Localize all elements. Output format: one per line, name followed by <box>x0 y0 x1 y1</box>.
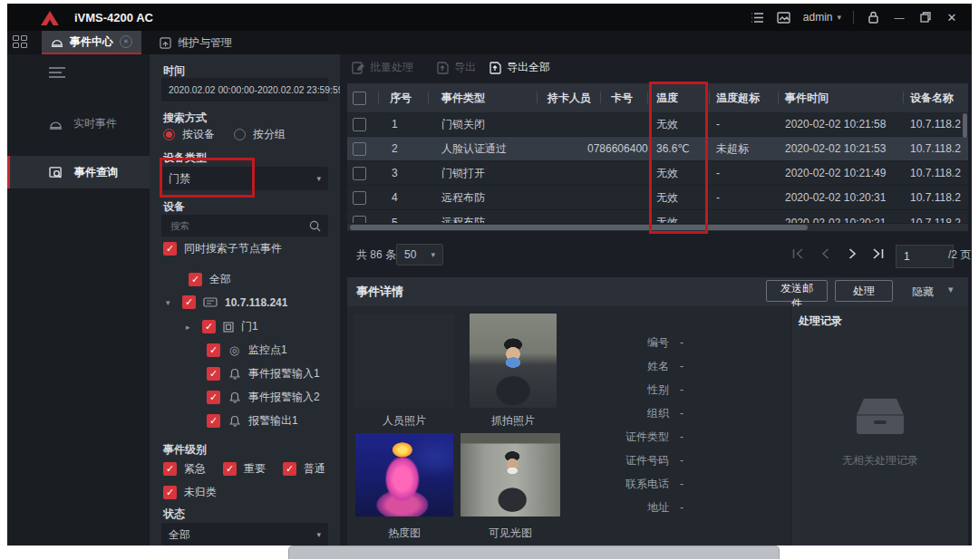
include-subnode-label: 同时搜索子节点事件 <box>184 241 282 256</box>
row-checkbox[interactable] <box>353 186 366 209</box>
cell-type: 远程布防 <box>441 186 485 209</box>
captured-photo[interactable] <box>470 314 557 408</box>
export-all-button[interactable]: 导出全部 <box>490 60 550 75</box>
app-logo-icon <box>40 10 60 26</box>
modules-grid-icon[interactable] <box>13 35 29 50</box>
cell-no: 3 <box>392 161 398 185</box>
tree-item-alarm-output1[interactable]: 报警输出1 <box>207 413 298 429</box>
tree-item-label: 门1 <box>241 319 258 334</box>
event-list-icon[interactable] <box>751 10 765 24</box>
tab-maintenance[interactable]: 维护与管理 <box>150 31 241 54</box>
col-device[interactable]: 设备名称 <box>910 83 954 112</box>
checkbox-checked-icon <box>207 343 220 357</box>
thermal-image[interactable] <box>355 433 453 517</box>
row-checkbox[interactable] <box>353 137 366 160</box>
collapse-menu-icon[interactable] <box>49 67 65 78</box>
tab-event-center[interactable]: 事件中心 ✕ <box>42 31 141 54</box>
next-page-button[interactable] <box>845 246 859 261</box>
level-important-checkbox[interactable]: 重要 <box>223 461 266 477</box>
level-urgent-checkbox[interactable]: 紧急 <box>163 461 206 477</box>
tab-maintenance-label: 维护与管理 <box>178 35 232 51</box>
cell-temp: 无效 <box>656 161 678 185</box>
page-number-input[interactable] <box>896 245 954 268</box>
visible-light-image[interactable] <box>460 433 560 517</box>
cell-type: 远程布防 <box>441 210 485 224</box>
restore-button[interactable] <box>918 10 933 24</box>
batch-handle-button[interactable]: 批量处理 <box>352 60 413 75</box>
vertical-scrollbar-thumb[interactable] <box>963 113 967 138</box>
horizontal-scrollbar[interactable] <box>347 224 968 231</box>
col-time[interactable]: 事件时间 <box>785 83 829 112</box>
tree-item-alarm-input2[interactable]: 事件报警输入2 <box>207 390 320 405</box>
status-dropdown[interactable]: 全部 ▾ <box>161 523 328 546</box>
handle-button[interactable]: 处理 <box>835 280 893 302</box>
tree-collapsed-icon[interactable]: ▸ <box>186 323 195 332</box>
col-card[interactable]: 卡号 <box>611 83 633 112</box>
tab-close-icon[interactable]: ✕ <box>120 35 132 48</box>
level-normal-checkbox[interactable]: 普通 <box>283 461 325 477</box>
radio-by-device[interactable]: 按设备 <box>163 127 215 142</box>
field-row: 组织- <box>580 405 743 421</box>
time-range-field[interactable]: 2020.02.02 00:00:00-2020.02.02 23:59:59 <box>161 78 328 101</box>
field-label: 编号 <box>580 335 669 351</box>
checkbox-checked-icon <box>283 462 296 476</box>
sidebar-item-realtime-events[interactable]: 实时事件 <box>7 107 150 140</box>
first-page-button[interactable] <box>790 246 805 261</box>
checkbox-checked-icon <box>163 242 177 256</box>
page-size-dropdown[interactable]: 50 ▾ <box>396 244 443 266</box>
tree-item-door[interactable]: ▸ 门1 <box>186 319 258 334</box>
field-row: 证件类型- <box>580 429 743 445</box>
table-row[interactable]: 3 门锁打开 无效 - 2020-02-02 10:21:49 10.7.118… <box>347 161 968 186</box>
time-range-value: 2020.02.02 00:00:00-2020.02.02 23:59:59 <box>169 85 343 95</box>
scrollbar-thumb[interactable] <box>350 225 808 230</box>
level-uncategorized-checkbox[interactable]: 未归类 <box>163 485 217 500</box>
include-subnode-checkbox[interactable]: 同时搜索子节点事件 <box>163 241 282 256</box>
cell-exceed: - <box>716 161 720 185</box>
minimize-button[interactable]: — <box>892 10 906 24</box>
tree-item-device[interactable]: ▾ 10.7.118.241 <box>166 295 287 309</box>
tree-expand-icon[interactable]: ▾ <box>166 298 175 307</box>
field-label: 性别 <box>580 382 669 398</box>
col-temp[interactable]: 温度 <box>656 83 678 112</box>
user-menu[interactable]: admin ▾ <box>803 11 841 24</box>
table-row-selected[interactable]: 2 人脸认证通过 0786606400 36.6℃ 未超标 2020-02-02… <box>347 137 968 161</box>
close-button[interactable]: ✕ <box>945 10 959 24</box>
export-label: 导出 <box>454 60 476 75</box>
select-all-checkbox[interactable] <box>353 83 366 112</box>
chevron-down-icon[interactable]: ▾ <box>948 285 954 294</box>
checkbox-checked-icon <box>202 320 216 333</box>
hide-toggle[interactable]: 隐藏 <box>912 285 934 300</box>
tree-item-all[interactable]: 全部 <box>189 272 231 287</box>
col-type[interactable]: 事件类型 <box>441 83 485 112</box>
table-row[interactable]: 1 门锁关闭 无效 - 2020-02-02 10:21:58 10.7.118… <box>347 112 968 137</box>
level-label: 未归类 <box>184 485 217 500</box>
previous-page-button[interactable] <box>818 246 832 261</box>
checkbox-empty-icon <box>353 191 366 205</box>
field-value: - <box>680 430 683 443</box>
device-search-input[interactable] <box>169 219 309 232</box>
cell-type: 人脸认证通过 <box>441 137 507 160</box>
tree-item-alarm-input1[interactable]: 事件报警输入1 <box>207 366 320 381</box>
cell-no: 4 <box>392 186 398 209</box>
row-checkbox[interactable] <box>353 112 366 136</box>
device-type-dropdown[interactable]: 门禁 ▾ <box>161 167 328 190</box>
bell-icon <box>228 415 241 427</box>
event-detail-title: 事件详情 <box>356 284 403 300</box>
col-no[interactable]: 序号 <box>390 83 412 112</box>
table-row[interactable]: 4 远程布防 无效 - 2020-02-02 10:20:31 10.7.118… <box>347 186 968 210</box>
capture-preview-icon[interactable] <box>777 10 791 24</box>
radio-by-group[interactable]: 按分组 <box>234 127 286 142</box>
export-button[interactable]: 导出 <box>437 60 476 75</box>
titlebar: iVMS-4200 AC admin ▾ — ✕ <box>7 4 972 31</box>
send-email-button[interactable]: 发送邮件 <box>766 280 828 302</box>
tree-item-camera[interactable]: ◎ 监控点1 <box>207 343 287 358</box>
col-exceed[interactable]: 温度超标 <box>716 83 760 112</box>
sidebar-item-event-search[interactable]: 事件查询 <box>7 156 150 188</box>
row-checkbox[interactable] <box>353 210 366 224</box>
col-person[interactable]: 持卡人员 <box>548 83 591 112</box>
radio-by-device-label: 按设备 <box>182 127 215 142</box>
row-checkbox[interactable] <box>353 161 366 185</box>
last-page-button[interactable] <box>870 246 885 261</box>
table-row-partial[interactable]: 5 远程布防 无效 2020-02-02 10:20:21 10.7.118.2 <box>347 210 968 224</box>
lock-icon[interactable] <box>866 10 880 24</box>
